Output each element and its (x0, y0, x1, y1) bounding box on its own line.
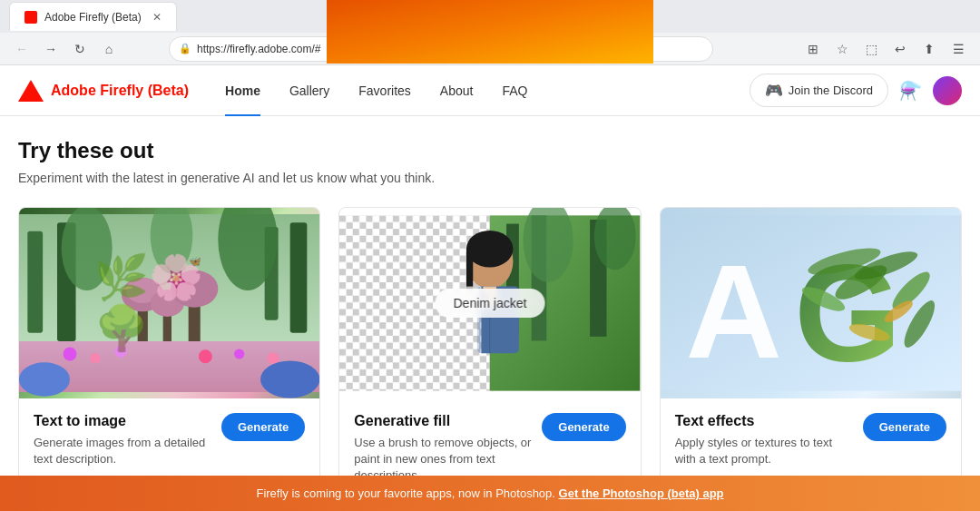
main-nav: Home Gallery Favorites About FAQ (211, 65, 750, 116)
text-to-image-card-body: Text to image Generate images from a det… (19, 398, 319, 482)
generative-fill-preview: Denim jacket (339, 208, 640, 398)
generative-fill-generate-btn[interactable]: Generate (542, 413, 625, 441)
text-to-image-card-inner: Text to image Generate images from a det… (34, 413, 305, 467)
svg-rect-14 (189, 295, 201, 350)
text-effects-preview: A G (661, 208, 961, 398)
svg-point-15 (171, 270, 218, 308)
svg-point-38 (466, 231, 514, 267)
generative-fill-thumbnail: Denim jacket (339, 208, 640, 398)
text-effects-card-inner: Text effects Apply styles or textures to… (675, 413, 946, 467)
text-to-image-desc: Generate images from a detailed text des… (34, 435, 214, 467)
svg-marker-0 (18, 80, 44, 102)
text-to-image-generate-btn[interactable]: Generate (221, 413, 305, 441)
svg-point-10 (122, 278, 164, 311)
banner-text: Firefly is coming to your favorite apps,… (256, 486, 558, 500)
nav-gallery[interactable]: Gallery (275, 65, 344, 116)
text-effects-card-text: Text effects Apply styles or textures to… (675, 413, 856, 467)
svg-point-23 (19, 362, 70, 396)
svg-rect-12 (163, 308, 172, 350)
svg-point-21 (234, 349, 244, 359)
text-to-image-preview: 🦋 (19, 208, 319, 398)
svg-text:🦋: 🦋 (189, 255, 201, 268)
adobe-logo-icon (18, 80, 44, 102)
nav-favorites[interactable]: Favorites (344, 65, 426, 116)
cards-grid: 🦋 Text to image Generate images from a d… (18, 207, 962, 500)
text-effects-card-body: Text effects Apply styles or textures to… (661, 398, 961, 482)
text-effects-generate-btn[interactable]: Generate (863, 413, 946, 441)
svg-rect-2 (27, 231, 43, 333)
discord-icon: 🎮 (765, 82, 783, 99)
text-to-image-title: Text to image (34, 413, 214, 429)
header-actions: 🎮 Join the Discord ⚗️ (750, 74, 962, 107)
generative-fill-prompt-pill: Denim jacket (436, 289, 545, 318)
svg-point-24 (260, 360, 319, 398)
svg-point-18 (90, 353, 100, 363)
banner-link[interactable]: Get the Photoshop (beta) app (559, 486, 724, 500)
generative-fill-card: Denim jacket Generative fill Use a brush… (338, 207, 641, 500)
svg-point-17 (64, 348, 77, 361)
svg-point-11 (126, 278, 160, 303)
svg-point-13 (151, 290, 184, 317)
svg-point-20 (199, 349, 212, 363)
svg-rect-39 (466, 249, 473, 290)
text-effects-card: A G (660, 207, 962, 500)
prompt-text: Denim jacket (454, 296, 527, 310)
bottom-banner: Firefly is coming to your favorite apps,… (0, 476, 980, 511)
generative-fill-card-text: Generative fill Use a brush to remove ob… (354, 413, 534, 485)
generative-fill-card-inner: Generative fill Use a brush to remove ob… (354, 413, 625, 485)
nav-home[interactable]: Home (211, 65, 275, 116)
svg-rect-9 (138, 299, 148, 349)
flask-icon[interactable]: ⚗️ (899, 80, 922, 102)
app-header: Adobe Firefly (Beta) Home Gallery Favori… (0, 65, 980, 116)
text-effects-title: Text effects (675, 413, 856, 429)
svg-text:A: A (685, 237, 781, 386)
user-avatar[interactable] (933, 76, 962, 105)
text-effects-desc: Apply styles or textures to text with a … (675, 435, 856, 467)
text-to-image-card-text: Text to image Generate images from a det… (34, 413, 214, 467)
nav-about[interactable]: About (426, 65, 488, 116)
section-title: Try these out (18, 138, 962, 163)
discord-button[interactable]: 🎮 Join the Discord (750, 74, 888, 107)
app-name: Adobe Firefly (Beta) (51, 83, 189, 99)
generative-fill-title: Generative fill (354, 413, 534, 429)
svg-point-22 (267, 352, 279, 364)
svg-point-6 (62, 208, 113, 290)
svg-rect-3 (290, 222, 308, 332)
text-to-image-thumbnail: 🦋 (19, 208, 319, 398)
section-subtitle: Experiment with the latest in generative… (18, 171, 962, 185)
text-effects-thumbnail: A G (661, 208, 961, 398)
text-to-image-card: 🦋 Text to image Generate images from a d… (18, 207, 320, 500)
logo-area: Adobe Firefly (Beta) (18, 80, 189, 102)
nav-faq[interactable]: FAQ (487, 65, 542, 116)
main-content: Try these out Experiment with the latest… (0, 116, 980, 511)
svg-point-8 (151, 208, 193, 273)
svg-point-19 (114, 346, 126, 358)
discord-btn-label: Join the Discord (789, 84, 873, 97)
